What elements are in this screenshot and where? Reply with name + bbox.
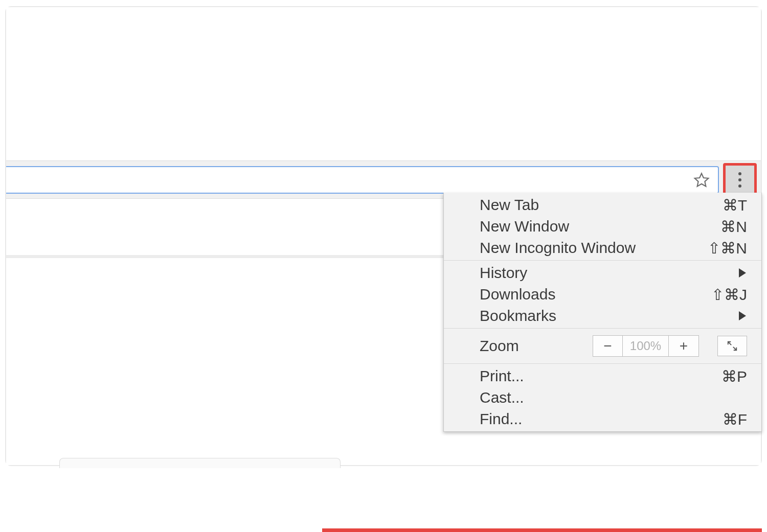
chevron-right-icon <box>739 268 746 277</box>
tab-strip <box>6 7 761 160</box>
menu-item-new-tab[interactable]: New Tab ⌘T <box>444 194 761 216</box>
menu-label: Downloads <box>480 286 711 303</box>
menu-item-history[interactable]: History <box>444 262 761 284</box>
zoom-label: Zoom <box>480 337 593 355</box>
kebab-menu-icon <box>738 172 741 188</box>
bookmark-star-icon[interactable] <box>692 171 711 189</box>
zoom-out-button[interactable]: − <box>593 336 623 356</box>
menu-item-zoom: Zoom − 100% + <box>444 330 761 362</box>
menu-label: Bookmarks <box>480 307 739 325</box>
menu-item-new-window[interactable]: New Window ⌘N <box>444 216 761 237</box>
address-bar[interactable] <box>6 166 719 194</box>
menu-item-bookmarks[interactable]: Bookmarks <box>444 305 761 327</box>
menu-shortcut: ⇧⌘N <box>708 239 747 257</box>
menu-item-cast[interactable]: Cast... <box>444 387 761 408</box>
zoom-controls: − 100% + <box>593 335 747 357</box>
background-tab <box>59 458 341 468</box>
menu-shortcut: ⇧⌘J <box>711 286 747 304</box>
svg-marker-0 <box>695 173 709 186</box>
menu-item-new-incognito[interactable]: New Incognito Window ⇧⌘N <box>444 237 761 259</box>
menu-section-tools: Print... ⌘P Cast... Find... ⌘F <box>444 364 761 431</box>
zoom-in-button[interactable]: + <box>669 336 698 356</box>
menu-shortcut: ⌘F <box>723 410 747 428</box>
menu-item-find[interactable]: Find... ⌘F <box>444 408 761 430</box>
menu-item-downloads[interactable]: Downloads ⇧⌘J <box>444 284 761 305</box>
svg-line-2 <box>733 347 736 350</box>
main-menu-dropdown: New Tab ⌘T New Window ⌘N New Incognito W… <box>443 193 762 432</box>
menu-shortcut: ⌘P <box>721 367 747 385</box>
menu-label: New Window <box>480 218 720 235</box>
menu-label: Cast... <box>480 389 747 406</box>
chevron-right-icon <box>739 311 746 320</box>
fullscreen-button[interactable] <box>717 336 747 356</box>
menu-label: History <box>480 264 739 282</box>
menu-section-zoom: Zoom − 100% + <box>444 329 761 364</box>
menu-label: Print... <box>480 367 721 385</box>
main-menu-button[interactable] <box>723 163 757 197</box>
svg-line-1 <box>728 342 731 345</box>
zoom-value: 100% <box>623 336 669 356</box>
menu-label: New Tab <box>480 196 723 214</box>
menu-label: New Incognito Window <box>480 239 708 257</box>
menu-shortcut: ⌘T <box>723 196 747 214</box>
menu-label: Find... <box>480 410 723 428</box>
highlight-underline <box>322 528 762 532</box>
menu-shortcut: ⌘N <box>720 218 747 236</box>
menu-section-new: New Tab ⌘T New Window ⌘N New Incognito W… <box>444 193 761 261</box>
menu-section-nav: History Downloads ⇧⌘J Bookmarks <box>444 261 761 329</box>
menu-item-print[interactable]: Print... ⌘P <box>444 365 761 387</box>
